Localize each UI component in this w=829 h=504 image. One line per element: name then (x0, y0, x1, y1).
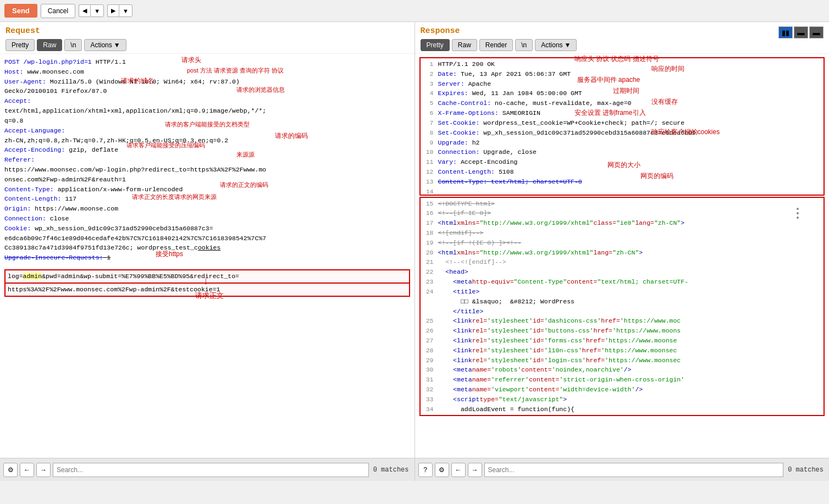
response-line-29: 29 <link rel='stylesheet' id='login-css'… (423, 356, 822, 365)
request-body-block: log=admin&pwd=admin&wp-submit=%E7%99%BB%… (4, 269, 410, 284)
response-line-4: 4Expires: Wed, 11 Jan 1984 05:00:00 GMT (423, 88, 822, 98)
request-line-1: POST /wp-login.php?id=1 HTTP/1.1 (4, 57, 410, 67)
request-line-11: Referer: (4, 155, 410, 165)
response-line-23: 23 <meta http-equiv="Content-Type" conte… (423, 277, 822, 287)
request-line-21: Upgrade-Insecure-Requests: 1 (4, 253, 410, 263)
request-body-block2: https%3A%2F%2Fwww.moonsec.com%2Fwp-admin… (4, 284, 410, 297)
nav-back-button[interactable]: ◀ (79, 4, 90, 17)
request-code-block: POST /wp-login.php?id=1 HTTP/1.1 Host: w… (4, 57, 410, 297)
view-full-button[interactable]: ▬ (809, 26, 824, 38)
response-code-block: 1HTTP/1.1 200 OK 2Date: Tue, 13 Apr 2021… (419, 57, 825, 416)
request-line-2: Host: www.moonsec.com (4, 67, 410, 77)
response-line-2: 2Date: Tue, 13 Apr 2021 05:06:37 GMT (423, 69, 822, 79)
response-actions-button[interactable]: Actions ▼ (535, 39, 577, 51)
request-line-7: q=0.8 (4, 116, 410, 126)
response-pane: Response Pretty Raw Render \n Actions ▼ … (415, 22, 830, 481)
response-line-12: 12Content-Length: 5108 (423, 167, 822, 177)
response-search-input[interactable] (484, 463, 784, 477)
response-line-3: 3Server: Apache (423, 79, 822, 89)
request-line-12: https://www.moonsec.com/wp-login.php?red… (4, 165, 410, 175)
request-line-20: Cc389138c7a471d3984f9751fd13e726c; wordp… (4, 243, 410, 253)
request-line-19: e6dca6b09c7f46c1e89d046cedafe42b%7C%7C16… (4, 234, 410, 243)
view-split-button[interactable]: ▮▮ (778, 26, 793, 38)
request-line-6: text/html,application/xhtml+xml,applicat… (4, 106, 410, 116)
request-tab-newline[interactable]: \n (64, 39, 82, 51)
request-line-8: Accept-Language: (4, 126, 410, 136)
request-content[interactable]: 请求头 post 方法 请求资源 查询的字符 协议 请求的域名 请求的浏览器信息… (0, 54, 414, 458)
response-line-5: 5Cache-Control: no-cache, must-revalidat… (423, 98, 822, 108)
nav-forward-dropdown[interactable]: ▼ (119, 4, 132, 17)
response-line-17: 17<html xmlns="http://www.w3.org/1999/xh… (423, 218, 822, 228)
response-line-24: 24 <title> (423, 287, 822, 297)
response-line-30: 30 <meta name='robots' content='noindex,… (423, 365, 822, 375)
nav-back-dropdown[interactable]: ▼ (90, 4, 104, 17)
nav-group-left: ◀ ▼ (79, 4, 104, 17)
request-line-17: Connection: close (4, 214, 410, 224)
response-tab-pretty[interactable]: Pretty (421, 39, 450, 51)
response-line-22: 22 <head> (423, 267, 822, 277)
request-search-settings-button[interactable]: ⚙ (3, 463, 18, 477)
response-tab-newline[interactable]: \n (515, 39, 533, 51)
response-line-24b: </title> (423, 307, 822, 317)
request-tab-pretty[interactable]: Pretty (5, 39, 35, 51)
response-search-next-button[interactable]: → (468, 463, 482, 477)
response-search-prev-button[interactable]: ← (451, 463, 466, 477)
request-line-13: onsec.com%2Fwp-admin%2F&reauth=1 (4, 175, 410, 185)
response-line-15: 15<!DOCTYPE html> (423, 199, 822, 209)
request-line-blank (4, 263, 410, 269)
request-line-15: Content-Length: 117 (4, 194, 410, 204)
response-line-32: 32 <meta name='viewport' content='width=… (423, 385, 822, 395)
response-search-settings-button[interactable]: ⚙ (435, 463, 449, 477)
main-toolbar: Send Cancel ◀ ▼ ▶ ▼ (0, 0, 829, 22)
response-header: Response Pretty Raw Render \n Actions ▼ … (415, 22, 830, 54)
request-title: Request (5, 26, 409, 36)
actions-label: Actions (90, 41, 112, 49)
pane-divider-dots (797, 208, 799, 219)
request-line-4: Gecko/20100101 Firefox/87.0 (4, 86, 410, 96)
request-line-18: Cookie: wp_xh_session_9d1c09c371ad52990c… (4, 224, 410, 234)
request-search-input[interactable] (53, 463, 369, 477)
request-line-5: Accept: (4, 96, 410, 106)
nav-forward-button[interactable]: ▶ (107, 4, 119, 17)
response-tab-render[interactable]: Render (479, 39, 513, 51)
response-line-20: 20<html xmlns="http://www.w3.org/1999/xh… (423, 248, 822, 258)
response-search-help-button[interactable]: ? (418, 463, 433, 477)
request-match-count: 0 matches (371, 466, 411, 474)
response-line-14: 14 (423, 187, 822, 193)
request-line-16: Origin: https://www.moonse.com (4, 204, 410, 214)
response-tab-raw[interactable]: Raw (452, 39, 477, 51)
request-pane: Request Pretty Raw \n Actions ▼ 请求头 post… (0, 22, 415, 481)
response-line-9: 9Upgrade: h2 (423, 138, 822, 148)
response-line-21: 21 <!--<![endif]--> (423, 257, 822, 267)
response-line-19: 19<!--[if !(IE 8) ]><!-- (423, 238, 822, 248)
response-title: Response (421, 26, 824, 36)
response-line-31: 31 <meta name='referrer' content='strict… (423, 375, 822, 385)
response-actions-chevron-icon: ▼ (565, 41, 571, 49)
request-line-3: User-Agent: Mozilla/5.0 (Windows NT 10.0… (4, 77, 410, 87)
request-line-14: Content-Type: application/x-www-form-url… (4, 185, 410, 195)
request-search-next-button[interactable]: → (36, 463, 51, 477)
response-line-25: 25 <link rel='stylesheet' id='dashicons-… (423, 316, 822, 326)
request-actions-button[interactable]: Actions ▼ (84, 39, 126, 51)
response-line-26: 26 <link rel='stylesheet' id='buttons-cs… (423, 326, 822, 336)
request-line-10: Accept-Encoding: gzip, deflate (4, 145, 410, 155)
request-header: Request Pretty Raw \n Actions ▼ (0, 22, 414, 54)
response-line-6: 6X-Frame-Options: SAMEORIGIN (423, 108, 822, 118)
response-headers-box: 1HTTP/1.1 200 OK 2Date: Tue, 13 Apr 2021… (419, 57, 825, 196)
response-line-18: 18<![endif]--> (423, 228, 822, 238)
response-line-27: 27 <link rel='stylesheet' id='forms-css'… (423, 336, 822, 346)
response-match-count: 0 matches (786, 466, 826, 474)
response-search-bar: ? ⚙ ← → 0 matches (415, 458, 830, 481)
response-line-10: 10Connection: Upgrade, close (423, 147, 822, 157)
view-single-button[interactable]: ▬ (794, 26, 808, 38)
response-line-1: 1HTTP/1.1 200 OK (423, 59, 822, 69)
request-search-prev-button[interactable]: ← (20, 463, 34, 477)
send-button[interactable]: Send (4, 4, 37, 18)
response-line-16: 16<!--[if IE 8]> (423, 208, 822, 218)
response-content[interactable]: 响应头 协议 状态码 描述符号 响应的时间 服务器中间件 apache 过期时间… (415, 54, 830, 458)
request-line-9: zh-CN,zh;q=0.8,zh-TW;q=0.7,zh-HK;q=0.5,e… (4, 136, 410, 146)
actions-chevron-icon: ▼ (114, 41, 120, 49)
cancel-button[interactable]: Cancel (41, 4, 75, 18)
request-tab-raw[interactable]: Raw (37, 39, 62, 51)
response-line-11: 11Vary: Accept-Encoding (423, 157, 822, 167)
